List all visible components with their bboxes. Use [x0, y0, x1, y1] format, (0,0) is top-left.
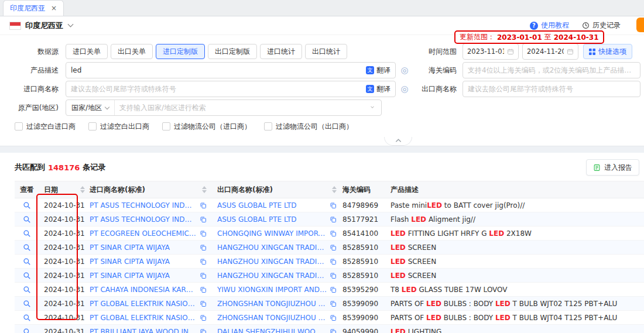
search-icon[interactable] — [23, 215, 31, 224]
data-source-tab[interactable]: 进口定制版 — [156, 44, 205, 59]
importer-link[interactable]: PT SINAR CIPTA WIJAYA — [90, 272, 197, 280]
copy-icon[interactable] — [200, 244, 207, 251]
search-icon[interactable] — [23, 243, 31, 252]
copy-icon[interactable] — [200, 258, 207, 265]
led-highlight: LED — [495, 314, 511, 322]
copy-icon[interactable] — [330, 244, 337, 251]
target-icon[interactable]: ◎ — [399, 65, 410, 75]
data-source-tab[interactable]: 出口关单 — [111, 44, 153, 59]
search-icon[interactable] — [23, 258, 31, 266]
importer-name-label: 进口商名称 — [0, 84, 66, 94]
question-circle-icon: ? — [530, 22, 538, 30]
filter-checkbox[interactable]: 过滤空白出口商 — [88, 122, 149, 132]
column-header[interactable]: 进口商名称(标准) — [85, 181, 213, 198]
data-source-tab[interactable]: 出口统计 — [305, 44, 347, 59]
copy-icon[interactable] — [330, 216, 337, 223]
date-cell: 2024-10-31 — [39, 272, 85, 280]
origin-country-input[interactable]: 国家/地区 支持输入国家/地区进行检索 — [66, 99, 382, 116]
exporter-link[interactable]: ZHONGSHAN TONGJIUZHOU INTERNA... — [217, 300, 327, 308]
column-header[interactable]: 出口商名称(标准) — [213, 181, 342, 198]
importer-link[interactable]: PT GLOBAL ELEKTRIK NASIONAL — [90, 300, 197, 308]
exporter-link[interactable]: HANGZHOU XINGCAN TRADING CO LTD — [217, 272, 327, 280]
checkbox-icon[interactable] — [88, 122, 97, 131]
column-header[interactable]: 日期 — [39, 181, 85, 198]
column-label: 海关编码 — [342, 185, 371, 195]
checkbox-icon[interactable] — [15, 122, 23, 131]
importer-link[interactable]: PT CAHAYA INDONESIA KARGO — [90, 286, 197, 294]
copy-icon[interactable] — [200, 286, 207, 293]
filter-checkbox[interactable]: 过滤物流公司（进口商） — [162, 122, 251, 132]
filter-checkbox[interactable]: 过滤物流公司（出口商） — [264, 122, 353, 132]
exporter-link[interactable]: ZHONGSHAN TONGJIUZHOU INTERNA... — [217, 314, 327, 322]
importer-link[interactable]: PT BRILLIANT JAYA WOOD INDUSTRY — [90, 328, 197, 333]
product-desc-value: led — [71, 66, 366, 74]
led-highlight: LED — [426, 314, 441, 322]
exporter-link[interactable]: CHONGQING WINWAY IMPORT AND E... — [217, 229, 327, 238]
origin-country-select[interactable]: 国家/地区 — [66, 100, 115, 115]
exporter-link[interactable]: DALIAN SHENGZHIHUI WOOD INDUST... — [217, 328, 327, 333]
data-source-tab[interactable]: 进口统计 — [260, 44, 302, 59]
page-tab[interactable]: 印度尼西亚 × — [3, 0, 64, 16]
exporter-link[interactable]: HANGZHOU XINGCAN TRADING CO LTD — [217, 243, 327, 252]
sort-icon[interactable] — [80, 186, 85, 193]
copy-icon[interactable] — [200, 202, 207, 209]
copy-icon[interactable] — [330, 286, 337, 293]
end-date-input[interactable]: 2024-11-20 — [522, 43, 578, 60]
close-icon[interactable]: × — [51, 4, 57, 12]
customs-code-input[interactable]: 支持4位以上海关编码，或2位海关编码加上产品描述、企业名称的任意信息... — [463, 62, 640, 78]
tutorial-link[interactable]: ? 使用教程 — [530, 20, 569, 30]
exporter-name-label: 出口商名称 — [410, 84, 463, 94]
importer-link[interactable]: PT ECOGREEN OLEOCHEMICALS — [90, 229, 197, 238]
chevron-down-icon[interactable] — [68, 22, 74, 28]
copy-icon[interactable] — [330, 230, 337, 237]
translate-button[interactable]: 文 翻译 — [366, 66, 390, 75]
exporter-link[interactable]: ASUS GLOBAL PTE LTD — [217, 201, 327, 210]
importer-link[interactable]: PT SINAR CIPTA WIJAYA — [90, 258, 197, 266]
data-source-tab[interactable]: 进口关单 — [66, 44, 108, 59]
sort-icon[interactable] — [202, 186, 207, 193]
history-link[interactable]: 历史记录 — [582, 20, 621, 30]
copy-icon[interactable] — [330, 300, 337, 307]
floating-widget[interactable] — [636, 18, 644, 32]
collapse-toggle[interactable] — [384, 137, 412, 146]
search-icon[interactable] — [23, 229, 31, 238]
importer-link[interactable]: PT ASUS TECHNOLOGY INDONESIA BA... — [90, 215, 197, 224]
sort-icon[interactable] — [332, 186, 337, 193]
importer-link[interactable]: PT GLOBAL ELEKTRIK NASIONAL — [90, 314, 197, 322]
importer-link[interactable]: PT ASUS TECHNOLOGY INDONESIA BA... — [90, 201, 197, 210]
copy-icon[interactable] — [200, 300, 207, 307]
copy-icon[interactable] — [330, 314, 337, 321]
checkbox-icon[interactable] — [162, 122, 170, 131]
search-icon[interactable] — [23, 328, 31, 333]
data-source-tab[interactable]: 出口定制版 — [208, 44, 257, 59]
enter-report-button[interactable]: 进入报告 — [586, 159, 639, 176]
copy-icon[interactable] — [200, 314, 207, 321]
quick-options-button[interactable]: 快捷选项 — [583, 44, 632, 59]
search-icon[interactable] — [23, 300, 31, 308]
search-icon[interactable] — [23, 272, 31, 280]
target-icon[interactable]: ◎ — [399, 84, 410, 94]
view-cell — [15, 286, 39, 294]
copy-icon[interactable] — [330, 202, 337, 209]
exporter-link[interactable]: HANGZHOU XINGCAN TRADING CO LTD — [217, 258, 327, 266]
copy-icon[interactable] — [200, 230, 207, 237]
start-date-input[interactable]: 2023-11-01 — [463, 43, 519, 60]
copy-icon[interactable] — [330, 258, 337, 265]
copy-icon[interactable] — [200, 328, 207, 333]
exporter-link[interactable]: YIWU XIONGXIN IMPORT AND EXPORT... — [217, 286, 327, 294]
importer-link[interactable]: PT SINAR CIPTA WIJAYA — [90, 243, 197, 252]
exporter-name-input[interactable]: 建议去除公司尾部字符或特殊符号 — [463, 81, 640, 97]
filter-checkbox[interactable]: 过滤空白进口商 — [15, 122, 76, 132]
copy-icon[interactable] — [200, 216, 207, 223]
checkbox-icon[interactable] — [264, 122, 272, 131]
search-icon[interactable] — [23, 286, 31, 294]
copy-icon[interactable] — [330, 328, 337, 333]
importer-name-input[interactable]: 建议去除公司尾部字符或特殊符号 文 翻译 — [66, 81, 396, 97]
exporter-link[interactable]: ASUS GLOBAL PTE LTD — [217, 215, 327, 224]
translate-button[interactable]: 文 翻译 — [366, 84, 390, 94]
search-icon[interactable] — [23, 314, 31, 322]
copy-icon[interactable] — [200, 272, 207, 279]
product-desc-input[interactable]: led 文 翻译 — [66, 62, 396, 78]
search-icon[interactable] — [23, 201, 31, 210]
copy-icon[interactable] — [330, 272, 337, 279]
